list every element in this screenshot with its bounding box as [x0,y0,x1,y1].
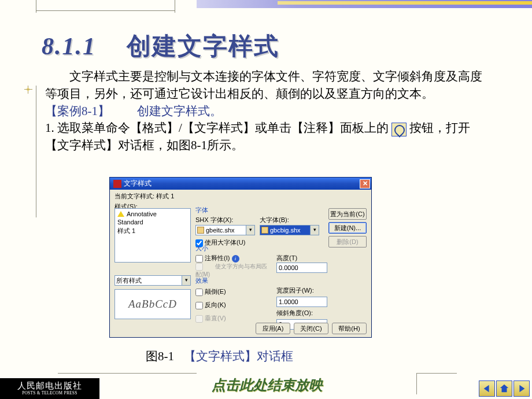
big-font-label: 大字体(B): [260,216,319,224]
chevron-down-icon[interactable]: ▾ [311,225,319,235]
info-icon[interactable]: i [232,255,239,263]
font-group-label: 字体 [195,206,319,215]
shx-font-label: SHX 字体(X): [195,216,255,224]
preview-box: AaBbCcD [114,289,191,319]
font-group: 字体 SHX 字体(X): gbeitc.shx ▾ 大字体(B): gbcbi… [195,206,319,247]
dialog-titlebar[interactable]: 文字样式 ✕ [110,178,371,190]
vertical-checkbox: 垂直(V) [195,314,271,323]
list-item[interactable]: Standard [116,218,189,226]
styles-listbox[interactable]: Annotative Standard 样式 1 [114,208,191,263]
case-text: 创建文字样式。 [137,104,222,118]
all-styles-combo[interactable]: 所有样式 ▾ [114,275,191,286]
footer-rule-v [416,374,417,394]
width-factor-field[interactable] [276,297,327,307]
svg-marker-0 [484,385,489,393]
next-slide-button[interactable] [513,380,530,397]
svg-marker-2 [519,385,524,393]
top-decoration [0,0,532,16]
match-orient-checkbox: 使文字方向与布局匹配(M) [195,263,271,278]
apply-button[interactable]: 应用(A) [256,323,290,334]
list-item[interactable]: Annotative [116,210,189,218]
height-field[interactable] [276,263,327,273]
size-group-label: 大小 [195,244,363,253]
font-file-icon [197,227,204,234]
step-1: 1. 选取菜单命令【格式】/【文字样式】或单击【注释】面板上的 按钮，打开【文字… [45,120,485,154]
svg-marker-1 [500,385,508,393]
figure-caption: 图8-1 【文字样式】对话框 [146,348,293,364]
warning-icon [117,211,124,217]
text-style-icon [391,123,407,136]
close-icon[interactable]: ✕ [360,179,370,189]
dialog-title: 文字样式 [124,179,360,189]
chevron-down-icon[interactable]: ▾ [182,275,191,286]
body-text: 文字样式主要是控制与文本连接的字体文件、字符宽度、文字倾斜角度及高度等项目，另外… [45,68,485,154]
shx-font-combo[interactable]: gbeitc.shx ▾ [195,225,255,235]
left-rule [36,86,36,217]
publisher-logo: 人民邮电出版社 POSTS & TELECOM PRESS [0,378,99,399]
prev-slide-button[interactable] [479,380,495,397]
case-label: 【案例8-1】 [45,104,110,118]
chevron-down-icon[interactable]: ▾ [246,225,255,235]
nav-buttons [479,380,530,397]
close-button[interactable]: 关闭(C) [294,323,328,334]
footer-rule-left [58,373,197,374]
width-factor-label: 宽度因子(W): [276,286,330,295]
text-style-dialog: 文字样式 ✕ 当前文字样式: 样式 1 样式(S): Annotative St… [109,177,372,338]
oblique-label: 倾斜角度(O): [276,309,330,317]
step-1a: 1. 选取菜单命令【格式】/【文字样式】或单击【注释】面板上的 [45,121,391,135]
end-slideshow-link[interactable]: 点击此处结束放映 [212,376,323,394]
effects-group: 效果 颠倒(E) 反向(K) 垂直(V) 宽度因子(W): 倾斜角度(O): [195,276,363,330]
footer-rule-right [416,373,457,374]
upside-down-checkbox[interactable]: 颠倒(E) [195,287,271,296]
size-group: 大小 注释性(I) i 使文字方向与布局匹配(M) 高度(T) [195,244,363,278]
new-style-button[interactable]: 新建(N)... [328,222,367,234]
home-button[interactable] [496,380,512,397]
effects-group-label: 效果 [195,276,363,285]
set-current-button[interactable]: 置为当前(C) [328,208,367,220]
font-file-icon [261,227,268,234]
big-font-combo[interactable]: gbcbig.shx ▾ [260,225,319,235]
intro-paragraph: 文字样式主要是控制与文本连接的字体文件、字符宽度、文字倾斜角度及高度等项目，另外… [45,68,485,103]
current-style-label: 当前文字样式: 样式 1 [114,192,367,201]
height-label: 高度(T) [276,254,297,261]
side-bullet-icon [24,86,36,94]
backwards-checkbox[interactable]: 反向(K) [195,301,271,309]
help-button[interactable]: 帮助(H) [332,323,367,334]
list-item[interactable]: 样式 1 [116,226,189,236]
section-number: 8.1.1 [42,33,96,60]
section-title: 创建文字样式 [127,33,279,60]
app-icon [113,180,121,188]
page-title: 8.1.1 创建文字样式 [42,30,279,62]
annotative-checkbox[interactable]: 注释性(I) i [195,254,271,263]
